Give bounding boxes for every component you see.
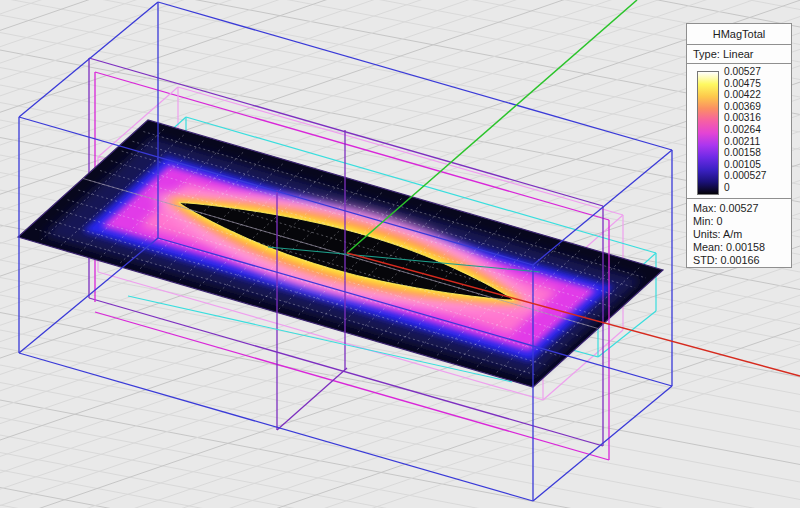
colorbar-label: 0.000527 [724, 170, 767, 182]
colorbar-label: 0.00422 [724, 89, 767, 101]
colorbar-label: 0.00158 [724, 147, 767, 159]
colorbar-label: 0.00211 [724, 136, 767, 148]
legend-scale-section: 0.005270.004750.004220.003690.003160.002… [687, 64, 791, 199]
colorbar-label: 0.00369 [724, 101, 767, 113]
colorbar-label: 0.00527 [724, 66, 767, 78]
color-scale-legend[interactable]: HMagTotal Type: Linear 0.005270.004750.0… [686, 23, 792, 268]
stat-min: Min: 0 [693, 215, 791, 228]
colorbar-label: 0.00475 [724, 78, 767, 90]
colorbar-label: 0.00316 [724, 112, 767, 124]
colorbar-label: 0 [724, 182, 767, 194]
3d-model-view[interactable] [0, 0, 800, 508]
stat-mean: Mean: 0.00158 [693, 241, 791, 254]
stat-max: Max: 0.00527 [693, 202, 791, 215]
stat-std: STD: 0.00166 [693, 254, 791, 267]
stat-units: Units: A/m [693, 228, 791, 241]
legend-stats: Max: 0.00527 Min: 0 Units: A/m Mean: 0.0… [687, 199, 791, 267]
colorbar-label: 0.00264 [724, 124, 767, 136]
viewport-3d[interactable]: HMagTotal Type: Linear 0.005270.004750.0… [0, 0, 800, 508]
colorbar [697, 71, 719, 195]
colorbar-label: 0.00105 [724, 159, 767, 171]
legend-scale-type: Type: Linear [687, 45, 791, 64]
legend-title: HMagTotal [687, 24, 791, 45]
colorbar-labels: 0.005270.004750.004220.003690.003160.002… [724, 66, 767, 194]
